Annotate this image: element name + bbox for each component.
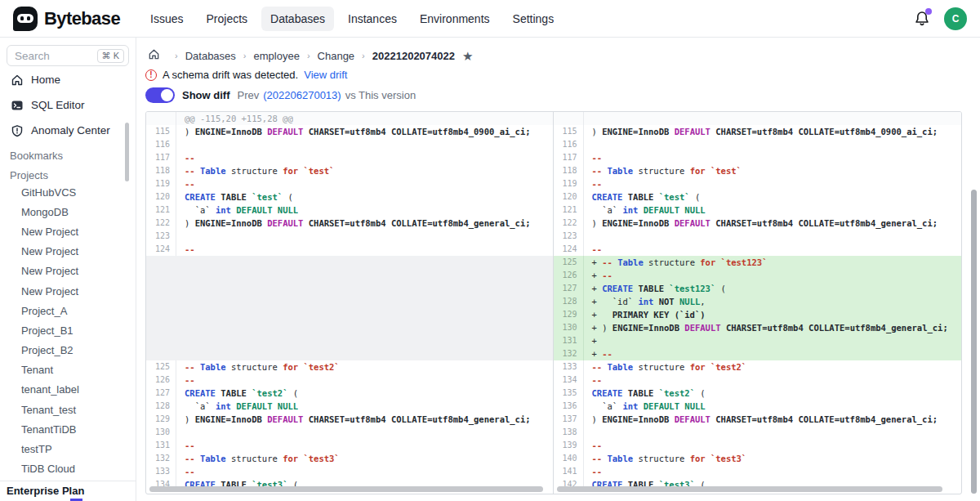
diff-line-number: 116 xyxy=(554,138,584,151)
breadcrumb-item[interactable]: Databases xyxy=(185,50,236,62)
diff-code-line: -- xyxy=(176,151,195,164)
project-item[interactable]: tenant_label xyxy=(7,380,129,400)
diff-line-number: 125 xyxy=(554,256,584,269)
nav-item-projects[interactable]: Projects xyxy=(198,7,257,31)
nav-item-instances[interactable]: Instances xyxy=(339,7,406,31)
diff-code-line: -- xyxy=(176,439,195,452)
diff-line-number: 119 xyxy=(146,177,176,190)
drift-alert-text: A schema drift was detected. xyxy=(163,69,298,81)
diff-pane-left: @@ -115,20 +115,28 @@115) ENGINE=InnoDB … xyxy=(146,112,554,494)
diff-code-line: + `id` int NOT NULL, xyxy=(584,295,706,308)
right-horizontal-scrollbar[interactable] xyxy=(557,486,942,492)
diff-line-number: 137 xyxy=(554,413,584,426)
breadcrumb-home-icon[interactable] xyxy=(148,48,160,63)
diff-line-number: 124 xyxy=(554,243,584,256)
search-box[interactable]: ⌘ K xyxy=(7,45,129,66)
diff-line-number: 120 xyxy=(146,190,176,204)
project-item[interactable]: New Project xyxy=(7,221,129,241)
project-item[interactable]: Project_B2 xyxy=(7,341,129,360)
bookmark-star-icon[interactable]: ★ xyxy=(462,50,473,62)
project-item[interactable]: New Project xyxy=(7,262,129,281)
left-horizontal-scrollbar[interactable] xyxy=(149,486,543,492)
diff-code-line: ) ENGINE=InnoDB DEFAULT CHARSET=utf8mb4 … xyxy=(176,217,531,230)
show-diff-toggle[interactable] xyxy=(145,87,175,103)
sidebar-item-sql-editor[interactable]: SQL Editor xyxy=(7,93,129,117)
nav-item-databases[interactable]: Databases xyxy=(261,7,334,31)
alert-circle-icon: ! xyxy=(145,69,157,81)
diff-hunk-row xyxy=(554,112,962,125)
diff-row: 115) ENGINE=InnoDB DEFAULT CHARSET=utf8m… xyxy=(554,125,962,138)
page-vertical-scrollbar[interactable] xyxy=(971,190,977,494)
diff-row: 126+ -- xyxy=(554,269,962,282)
diff-row: 130 xyxy=(146,426,553,439)
diff-row: 132+ -- xyxy=(554,347,962,360)
drift-alert: ! A schema drift was detected. View drif… xyxy=(145,69,347,81)
diff-code-line: `a` int DEFAULT NULL xyxy=(584,400,706,413)
avatar[interactable]: C xyxy=(944,7,967,30)
diff-line-number: 130 xyxy=(146,426,176,439)
diff-line-number: 134 xyxy=(554,374,584,387)
shield-alert-icon xyxy=(10,123,24,137)
diff-row: 135CREATE TABLE `test2` ( xyxy=(554,387,962,400)
project-item[interactable]: TiDB Cloud xyxy=(7,459,129,479)
diff-line-number: 119 xyxy=(554,177,584,190)
diff-row: 121 `a` int DEFAULT NULL xyxy=(554,204,962,217)
project-item[interactable]: New Project xyxy=(7,242,129,262)
sidebar-item-label: Anomaly Center xyxy=(31,124,110,136)
diff-row: 118-- Table structure for `test` xyxy=(554,164,962,177)
sidebar-scrollbar[interactable] xyxy=(125,123,129,181)
diff-code-line: + -- Table structure for `test123` xyxy=(584,256,768,269)
nav-item-environments[interactable]: Environments xyxy=(411,7,499,31)
nav-item-issues[interactable]: Issues xyxy=(141,7,192,31)
project-item[interactable]: Project_A xyxy=(7,301,129,320)
notification-bell-icon[interactable] xyxy=(913,10,931,28)
diff-line-number: 115 xyxy=(146,125,176,138)
show-diff-label: Show diff xyxy=(182,89,230,101)
project-item[interactable]: testTP xyxy=(7,439,129,459)
diff-code-line: `a` int DEFAULT NULL xyxy=(176,204,298,217)
project-item[interactable]: TenantTiDB xyxy=(7,419,129,439)
project-item[interactable]: Tenant xyxy=(7,360,129,380)
brand[interactable]: Bytebase xyxy=(13,7,120,31)
diff-line-number xyxy=(554,112,584,125)
diff-row: 125+ -- Table structure for `test123` xyxy=(554,256,962,269)
diff-row: 138 xyxy=(554,426,962,439)
diff-hunk-row: @@ -115,20 +115,28 @@ xyxy=(146,112,553,125)
diff-line-number: 123 xyxy=(554,230,584,243)
diff-code-line xyxy=(584,230,592,243)
project-item[interactable]: GitHubVCS xyxy=(7,182,129,202)
project-list: GitHubVCSMongoDBNew ProjectNew ProjectNe… xyxy=(7,182,129,479)
diff-row: 115) ENGINE=InnoDB DEFAULT CHARSET=utf8m… xyxy=(146,125,553,138)
diff-line-number: 124 xyxy=(146,243,176,256)
search-input[interactable] xyxy=(15,50,78,62)
diff-toolbar: Show diff Prev (202206270013) vs This ve… xyxy=(145,87,416,103)
breadcrumb-item[interactable]: employee xyxy=(254,50,300,62)
breadcrumb-item[interactable]: Change xyxy=(318,50,355,62)
sidebar-item-label: SQL Editor xyxy=(31,99,85,111)
diff-code-line xyxy=(584,112,592,125)
diff-code-line: -- Table structure for `test2` xyxy=(176,360,340,374)
diff-code-line: @@ -115,20 +115,28 @@ xyxy=(176,112,293,125)
diff-code-line: -- xyxy=(584,465,603,478)
diff-row: 129) ENGINE=InnoDB DEFAULT CHARSET=utf8m… xyxy=(146,413,553,426)
project-item[interactable]: New Project xyxy=(7,281,129,301)
project-item[interactable]: Project_B1 xyxy=(7,320,129,340)
diff-row: 126-- xyxy=(146,374,553,387)
diff-line-number: 120 xyxy=(554,190,584,204)
diff-row: 139-- xyxy=(554,439,962,452)
diff-code-line: ) ENGINE=InnoDB DEFAULT CHARSET=utf8mb4 … xyxy=(176,413,531,426)
breadcrumb-item[interactable]: 20221202074022 xyxy=(372,50,455,62)
sidebar-item-anomaly-center[interactable]: Anomaly Center xyxy=(7,119,129,142)
project-item[interactable]: MongoDB xyxy=(7,202,129,221)
diff-code-line: -- xyxy=(584,151,603,164)
view-drift-link[interactable]: View drift xyxy=(304,69,347,81)
prev-version-link[interactable]: (202206270013) xyxy=(263,89,341,101)
diff-row: 117-- xyxy=(554,151,962,164)
project-item[interactable]: Tenant_test xyxy=(7,400,129,419)
sidebar-item-home[interactable]: Home xyxy=(7,68,129,92)
diff-row: 137) ENGINE=InnoDB DEFAULT CHARSET=utf8m… xyxy=(554,413,962,426)
diff-row: 124-- xyxy=(146,243,553,256)
nav-item-settings[interactable]: Settings xyxy=(504,7,564,31)
primary-nav: IssuesProjectsDatabasesInstancesEnvironm… xyxy=(141,7,563,31)
diff-row: 121 `a` int DEFAULT NULL xyxy=(146,204,553,217)
